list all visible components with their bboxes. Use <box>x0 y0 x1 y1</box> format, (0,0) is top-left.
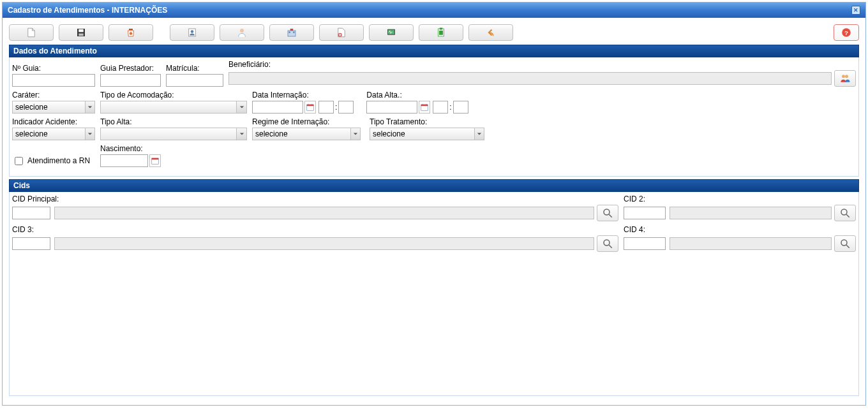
regimeint-combo[interactable] <box>252 128 361 140</box>
delete-button[interactable] <box>108 24 153 41</box>
dropdown-trigger[interactable] <box>236 128 247 140</box>
hospital-button[interactable] <box>269 24 314 41</box>
svg-rect-17 <box>439 31 443 35</box>
nascimento-cal-button[interactable] <box>149 154 161 167</box>
beneficiario-input <box>228 72 832 85</box>
dropdown-trigger[interactable] <box>85 101 95 114</box>
calendar-icon <box>420 103 429 112</box>
close-icon[interactable]: ✕ <box>851 6 860 15</box>
cid2-search-button[interactable] <box>834 205 856 221</box>
section-cids-header: Cids <box>9 179 859 192</box>
svg-rect-27 <box>421 105 428 106</box>
nguia-input[interactable] <box>12 74 95 87</box>
svg-rect-16 <box>440 28 443 30</box>
cid2-desc-input <box>670 207 832 219</box>
guiaprestador-input[interactable] <box>100 74 161 87</box>
profile-icon <box>186 27 198 38</box>
calendar-icon <box>151 156 160 165</box>
svg-point-6 <box>191 30 194 33</box>
cid3-label: CID 3: <box>12 225 618 234</box>
new-button[interactable] <box>9 24 54 41</box>
datainternacao-input[interactable] <box>252 101 303 114</box>
svg-point-34 <box>841 209 847 215</box>
save-button[interactable] <box>59 24 103 41</box>
dataalta-input[interactable] <box>366 101 417 114</box>
svg-rect-3 <box>129 29 133 30</box>
section-cids-body: CID Principal: CID 2: <box>9 192 859 396</box>
window-title: Cadastro de Atendimentos - INTERNAÇÕES <box>8 3 167 18</box>
toolbar: ? <box>9 24 859 41</box>
page-icon <box>26 27 37 38</box>
dataalta-min-input[interactable] <box>453 101 468 114</box>
clipboard-icon <box>435 27 447 38</box>
monitor-button[interactable] <box>369 24 414 41</box>
indicadoracidente-combo[interactable] <box>12 128 95 140</box>
doctor-icon <box>236 27 248 38</box>
svg-point-32 <box>604 209 610 215</box>
cid3-code-input[interactable] <box>12 237 50 250</box>
time-sep: : <box>449 103 451 112</box>
datainternacao-min-input[interactable] <box>338 101 354 114</box>
titlebar: Cadastro de Atendimentos - INTERNAÇÕES ✕ <box>3 3 865 18</box>
window: Cadastro de Atendimentos - INTERNAÇÕES ✕ <box>2 2 866 406</box>
monitor-icon <box>385 27 397 38</box>
search-icon <box>602 207 613 219</box>
nguia-label: Nº Guia: <box>12 64 95 73</box>
tipoalta-combo[interactable] <box>100 128 247 140</box>
beneficiario-search-button[interactable] <box>834 70 856 87</box>
beneficiario-label: Beneficiário: <box>228 60 856 69</box>
svg-point-21 <box>845 75 848 78</box>
dropdown-trigger[interactable] <box>85 128 95 140</box>
svg-point-20 <box>842 75 845 78</box>
search-icon <box>602 238 613 249</box>
cid3-search-button[interactable] <box>597 235 618 252</box>
svg-line-39 <box>846 245 849 248</box>
hospital-icon <box>286 27 297 38</box>
help-button[interactable]: ? <box>834 24 859 41</box>
svg-text:?: ? <box>844 29 848 36</box>
tipotrat-combo[interactable] <box>370 128 484 140</box>
profile-button[interactable] <box>170 24 214 41</box>
cid3-desc-input <box>54 237 594 250</box>
matricula-input[interactable] <box>166 74 223 87</box>
carater-combo[interactable] <box>12 101 95 114</box>
cid4-code-input[interactable] <box>624 237 666 250</box>
svg-line-37 <box>609 245 612 248</box>
dataalta-cal-button[interactable] <box>419 101 430 114</box>
doc-button[interactable] <box>419 24 463 41</box>
svg-line-33 <box>609 214 612 217</box>
svg-rect-31 <box>152 158 159 159</box>
cidprincipal-label: CID Principal: <box>12 195 618 203</box>
nascimento-input[interactable] <box>100 154 148 167</box>
dataalta-hour-input[interactable] <box>433 101 448 114</box>
svg-rect-8 <box>288 31 296 36</box>
professional-button[interactable] <box>220 24 264 41</box>
add-proc-button[interactable] <box>319 24 364 41</box>
nascimento-label: Nascimento: <box>100 144 170 153</box>
page-plus-icon <box>336 27 347 38</box>
tipoacomod-label: Tipo de Acomodação: <box>100 91 247 99</box>
svg-rect-2 <box>79 34 84 36</box>
svg-rect-1 <box>79 29 84 33</box>
datainternacao-cal-button[interactable] <box>304 101 316 114</box>
dropdown-trigger[interactable] <box>350 128 361 140</box>
cidprincipal-desc-input <box>54 207 594 219</box>
cidprincipal-code-input[interactable] <box>12 207 50 219</box>
indicadoracidente-label: Indicador Acidente: <box>12 117 95 126</box>
cid4-search-button[interactable] <box>834 235 856 252</box>
tipoacomod-combo[interactable] <box>100 101 247 114</box>
dataalta-label: Data Alta.: <box>366 91 468 99</box>
section-dados-body: Nº Guia: Guia Prestador: Matrícula: Bene… <box>9 57 859 177</box>
calendar-icon <box>306 103 315 112</box>
dropdown-trigger[interactable] <box>236 101 247 114</box>
atendimentorn-checkbox[interactable] <box>15 157 23 165</box>
svg-rect-9 <box>290 29 294 31</box>
svg-rect-10 <box>289 32 290 33</box>
guiaprestador-label: Guia Prestador: <box>100 64 161 73</box>
datainternacao-hour-input[interactable] <box>318 101 334 114</box>
cidprincipal-search-button[interactable] <box>597 205 618 221</box>
cid4-label: CID 4: <box>624 225 856 234</box>
back-button[interactable] <box>468 24 513 41</box>
cid2-code-input[interactable] <box>624 207 666 219</box>
dropdown-trigger[interactable] <box>474 128 484 140</box>
